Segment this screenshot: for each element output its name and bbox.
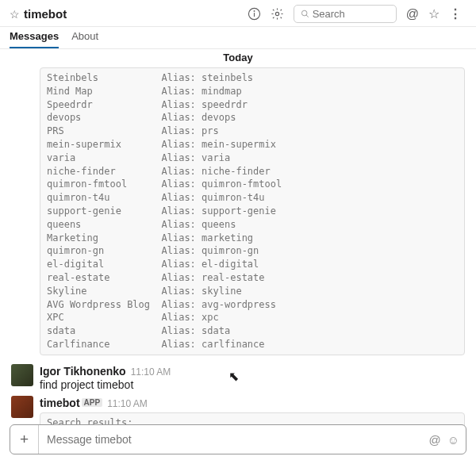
mention-button[interactable]: @ [428,433,440,447]
emoji-button[interactable]: ☺ [447,433,459,447]
message-time: 11:10 AM [131,366,171,378]
message-time: 11:10 AM [107,398,148,409]
compose-add-button[interactable]: + [10,425,39,454]
message-row: Igor Tikhonenko11:10 AMfind project time… [11,362,465,393]
tab-about[interactable]: About [71,27,98,48]
avatar [11,396,33,418]
svg-point-3 [275,12,278,15]
more-icon[interactable]: ⋮ [449,6,462,21]
svg-point-4 [301,10,307,16]
date-divider: Today [11,49,465,66]
svg-point-2 [254,11,255,12]
search-box[interactable] [294,5,397,23]
message-text: find project timebot [40,378,465,391]
channel-title: timebot [24,7,67,21]
sender-name[interactable]: Igor Tikhonenko [40,365,126,378]
app-badge: APP [82,398,103,407]
search-icon [301,9,309,19]
alias-list-block: Steinbels Alias: steinbels Mind Map Alia… [40,67,465,355]
search-input[interactable] [313,8,390,20]
svg-line-5 [306,15,309,17]
composer[interactable]: + @ ☺ [10,424,466,454]
tab-messages[interactable]: Messages [10,27,59,48]
mention-icon[interactable]: @ [406,7,419,21]
gear-icon[interactable] [271,7,284,21]
compose-input[interactable] [39,433,422,446]
sender-name[interactable]: timebot [40,397,80,409]
message-row: timebotAPP11:10 AMSearch results: Timebo… [11,393,465,426]
info-icon[interactable] [248,7,261,21]
avatar [11,364,33,386]
favorite-star-icon[interactable]: ☆ [428,6,440,21]
star-icon[interactable]: ☆ [10,8,20,21]
